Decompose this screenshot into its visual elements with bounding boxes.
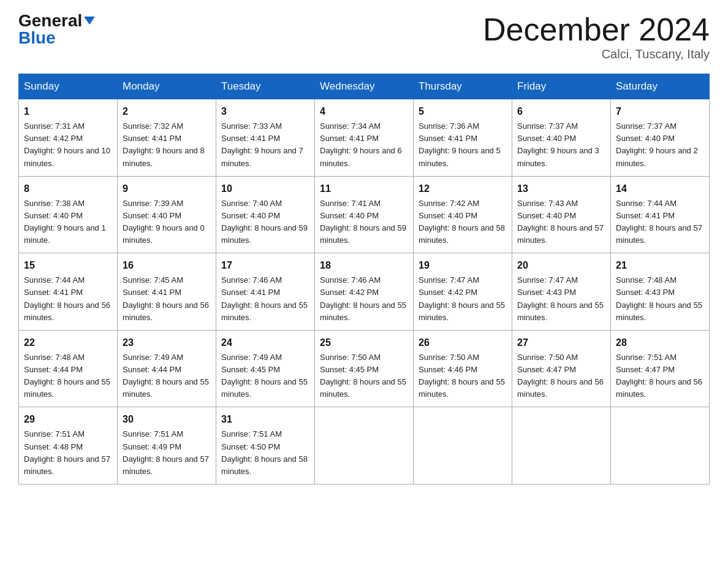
day-info: Sunrise: 7:48 AMSunset: 4:44 PMDaylight:… — [24, 353, 110, 399]
day-cell — [414, 407, 512, 484]
day-info: Sunrise: 7:48 AMSunset: 4:43 PMDaylight:… — [616, 275, 702, 321]
page-header: General Blue December 2024 Calci, Tuscan… — [18, 12, 710, 61]
day-cell: 24Sunrise: 7:49 AMSunset: 4:45 PMDayligh… — [216, 330, 315, 407]
day-info: Sunrise: 7:51 AMSunset: 4:49 PMDaylight:… — [123, 429, 209, 475]
day-info: Sunrise: 7:32 AMSunset: 4:41 PMDaylight:… — [123, 121, 205, 167]
day-cell: 18Sunrise: 7:46 AMSunset: 4:42 PMDayligh… — [315, 253, 414, 331]
day-info: Sunrise: 7:49 AMSunset: 4:44 PMDaylight:… — [123, 353, 209, 399]
day-cell — [315, 407, 414, 484]
location-subtitle: Calci, Tuscany, Italy — [483, 47, 710, 61]
day-cell: 29Sunrise: 7:51 AMSunset: 4:48 PMDayligh… — [19, 407, 118, 484]
day-cell: 22Sunrise: 7:48 AMSunset: 4:44 PMDayligh… — [19, 330, 118, 407]
day-cell: 13Sunrise: 7:43 AMSunset: 4:40 PMDayligh… — [512, 176, 611, 253]
day-cell: 23Sunrise: 7:49 AMSunset: 4:44 PMDayligh… — [118, 330, 216, 407]
col-header-friday: Friday — [512, 74, 611, 99]
day-cell: 21Sunrise: 7:48 AMSunset: 4:43 PMDayligh… — [611, 253, 710, 331]
day-cell: 4Sunrise: 7:34 AMSunset: 4:41 PMDaylight… — [315, 99, 414, 177]
day-cell: 31Sunrise: 7:51 AMSunset: 4:50 PMDayligh… — [216, 407, 315, 484]
logo-general-text: General — [18, 12, 95, 29]
day-cell: 11Sunrise: 7:41 AMSunset: 4:40 PMDayligh… — [315, 176, 414, 253]
day-number: 30 — [123, 412, 211, 427]
day-number: 21 — [616, 258, 704, 273]
day-cell: 6Sunrise: 7:37 AMSunset: 4:40 PMDaylight… — [512, 99, 611, 177]
title-block: December 2024 Calci, Tuscany, Italy — [483, 12, 710, 61]
day-cell: 8Sunrise: 7:38 AMSunset: 4:40 PMDaylight… — [19, 176, 118, 253]
day-cell: 9Sunrise: 7:39 AMSunset: 4:40 PMDaylight… — [118, 176, 216, 253]
day-info: Sunrise: 7:51 AMSunset: 4:47 PMDaylight:… — [616, 353, 702, 399]
day-cell: 5Sunrise: 7:36 AMSunset: 4:41 PMDaylight… — [414, 99, 512, 177]
col-header-thursday: Thursday — [414, 74, 512, 99]
day-cell: 19Sunrise: 7:47 AMSunset: 4:42 PMDayligh… — [414, 253, 512, 331]
day-info: Sunrise: 7:50 AMSunset: 4:47 PMDaylight:… — [517, 353, 604, 399]
day-cell: 10Sunrise: 7:40 AMSunset: 4:40 PMDayligh… — [216, 176, 315, 253]
calendar-table: SundayMondayTuesdayWednesdayThursdayFrid… — [18, 74, 710, 484]
week-row-2: 8Sunrise: 7:38 AMSunset: 4:40 PMDaylight… — [19, 176, 710, 253]
day-number: 23 — [123, 335, 211, 350]
day-info: Sunrise: 7:50 AMSunset: 4:46 PMDaylight:… — [419, 353, 505, 399]
day-info: Sunrise: 7:45 AMSunset: 4:41 PMDaylight:… — [123, 275, 209, 321]
day-cell — [512, 407, 611, 484]
day-cell: 1Sunrise: 7:31 AMSunset: 4:42 PMDaylight… — [19, 99, 118, 177]
day-number: 13 — [517, 182, 605, 196]
day-cell: 2Sunrise: 7:32 AMSunset: 4:41 PMDaylight… — [118, 99, 216, 177]
day-info: Sunrise: 7:34 AMSunset: 4:41 PMDaylight:… — [320, 121, 402, 167]
day-number: 18 — [320, 258, 408, 273]
logo: General Blue — [18, 12, 95, 47]
day-number: 14 — [616, 182, 704, 196]
month-title: December 2024 — [483, 12, 710, 47]
day-number: 25 — [320, 335, 408, 350]
day-info: Sunrise: 7:38 AMSunset: 4:40 PMDaylight:… — [24, 199, 106, 245]
day-number: 12 — [419, 182, 507, 196]
day-number: 9 — [123, 182, 211, 196]
day-number: 10 — [221, 182, 309, 196]
day-number: 2 — [123, 104, 211, 119]
day-number: 26 — [419, 335, 507, 350]
day-info: Sunrise: 7:37 AMSunset: 4:40 PMDaylight:… — [616, 121, 698, 167]
day-number: 11 — [320, 182, 408, 196]
day-number: 1 — [24, 104, 112, 119]
day-number: 7 — [616, 104, 704, 119]
day-info: Sunrise: 7:31 AMSunset: 4:42 PMDaylight:… — [24, 121, 110, 167]
day-info: Sunrise: 7:47 AMSunset: 4:42 PMDaylight:… — [419, 275, 505, 321]
day-info: Sunrise: 7:39 AMSunset: 4:40 PMDaylight:… — [123, 199, 205, 245]
week-row-1: 1Sunrise: 7:31 AMSunset: 4:42 PMDaylight… — [19, 99, 710, 177]
col-header-saturday: Saturday — [611, 74, 710, 99]
logo-blue-text: Blue — [18, 29, 56, 47]
day-cell — [611, 407, 710, 484]
day-number: 8 — [24, 182, 112, 196]
day-cell: 3Sunrise: 7:33 AMSunset: 4:41 PMDaylight… — [216, 99, 315, 177]
day-cell: 7Sunrise: 7:37 AMSunset: 4:40 PMDaylight… — [611, 99, 710, 177]
day-number: 22 — [24, 335, 112, 350]
day-info: Sunrise: 7:36 AMSunset: 4:41 PMDaylight:… — [419, 121, 501, 167]
day-cell: 25Sunrise: 7:50 AMSunset: 4:45 PMDayligh… — [315, 330, 414, 407]
day-info: Sunrise: 7:47 AMSunset: 4:43 PMDaylight:… — [517, 275, 604, 321]
day-info: Sunrise: 7:46 AMSunset: 4:42 PMDaylight:… — [320, 275, 406, 321]
day-info: Sunrise: 7:51 AMSunset: 4:48 PMDaylight:… — [24, 429, 110, 475]
day-number: 19 — [419, 258, 507, 273]
day-number: 24 — [221, 335, 309, 350]
day-info: Sunrise: 7:40 AMSunset: 4:40 PMDaylight:… — [221, 199, 308, 245]
day-info: Sunrise: 7:51 AMSunset: 4:50 PMDaylight:… — [221, 429, 308, 475]
day-info: Sunrise: 7:37 AMSunset: 4:40 PMDaylight:… — [517, 121, 599, 167]
day-number: 20 — [517, 258, 605, 273]
day-cell: 14Sunrise: 7:44 AMSunset: 4:41 PMDayligh… — [611, 176, 710, 253]
col-header-monday: Monday — [118, 74, 216, 99]
day-cell: 20Sunrise: 7:47 AMSunset: 4:43 PMDayligh… — [512, 253, 611, 331]
week-row-5: 29Sunrise: 7:51 AMSunset: 4:48 PMDayligh… — [19, 407, 710, 484]
day-cell: 12Sunrise: 7:42 AMSunset: 4:40 PMDayligh… — [414, 176, 512, 253]
day-info: Sunrise: 7:44 AMSunset: 4:41 PMDaylight:… — [24, 275, 110, 321]
day-number: 6 — [517, 104, 605, 119]
day-number: 16 — [123, 258, 211, 273]
day-number: 28 — [616, 335, 704, 350]
logo-triangle-icon — [84, 17, 95, 25]
day-cell: 16Sunrise: 7:45 AMSunset: 4:41 PMDayligh… — [118, 253, 216, 331]
day-cell: 27Sunrise: 7:50 AMSunset: 4:47 PMDayligh… — [512, 330, 611, 407]
day-cell: 30Sunrise: 7:51 AMSunset: 4:49 PMDayligh… — [118, 407, 216, 484]
day-cell: 26Sunrise: 7:50 AMSunset: 4:46 PMDayligh… — [414, 330, 512, 407]
week-row-4: 22Sunrise: 7:48 AMSunset: 4:44 PMDayligh… — [19, 330, 710, 407]
day-info: Sunrise: 7:50 AMSunset: 4:45 PMDaylight:… — [320, 353, 406, 399]
calendar-header-row: SundayMondayTuesdayWednesdayThursdayFrid… — [19, 74, 710, 99]
day-info: Sunrise: 7:49 AMSunset: 4:45 PMDaylight:… — [221, 353, 308, 399]
day-info: Sunrise: 7:41 AMSunset: 4:40 PMDaylight:… — [320, 199, 406, 245]
col-header-wednesday: Wednesday — [315, 74, 414, 99]
